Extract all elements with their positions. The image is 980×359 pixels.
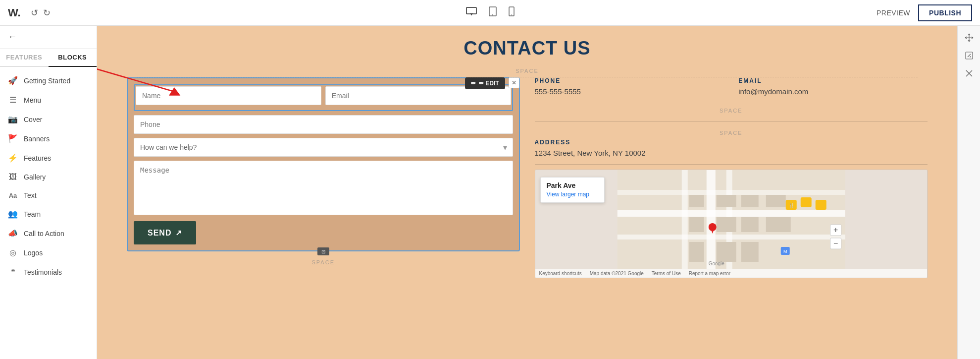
send-button[interactable]: SEND ↗	[134, 221, 196, 244]
contact-layout: ✏ ✏ EDIT ✕	[97, 77, 957, 298]
svg-rect-13	[617, 210, 845, 217]
edit-pill[interactable]: ✏ ✏ EDIT	[465, 77, 505, 89]
tablet-device-button[interactable]	[487, 4, 499, 21]
logo: W.	[8, 6, 21, 19]
form-block: ✏ ✏ EDIT ✕	[127, 77, 520, 251]
svg-point-6	[511, 14, 512, 15]
address-divider	[535, 164, 928, 165]
dropdown-wrapper: How can we help? ▾	[134, 138, 513, 157]
page-title: CONTACT US	[97, 26, 957, 65]
sidebar-item-text[interactable]: Aa Text	[0, 186, 97, 204]
map-terms: Terms of Use	[652, 271, 681, 276]
preview-button[interactable]: PREVIEW	[877, 9, 910, 17]
topbar: W. ↺ ↻ PREVIEW PUBLISH	[0, 0, 980, 26]
sidebar-item-gallery[interactable]: 🖼 Gallery	[0, 168, 97, 186]
sidebar-item-team[interactable]: 👥 Team	[0, 204, 97, 224]
svg-rect-22	[741, 217, 758, 232]
svg-rect-25	[716, 242, 736, 262]
nav-label-team: Team	[24, 210, 41, 218]
map-data-credit: Map data ©2021 Google	[590, 271, 644, 276]
address-value: 1234 Street, New York, NY 10002	[535, 149, 928, 157]
phone-label: PHONE	[535, 77, 724, 84]
canvas-inner: CONTACT US SPACE ✏	[97, 26, 957, 359]
send-arrow-icon: ↗	[175, 228, 182, 238]
space-bar-mid2: SPACE	[535, 127, 928, 139]
undo-redo-group: ↺ ↻	[31, 7, 51, 18]
svg-rect-18	[741, 195, 758, 207]
svg-rect-31	[800, 197, 811, 207]
sidebar-item-features[interactable]: ⚡ Features	[0, 148, 97, 168]
name-email-row	[136, 86, 511, 105]
move-icon[interactable]	[961, 30, 977, 46]
tab-features[interactable]: FEATURES	[0, 49, 49, 66]
publish-button[interactable]: PUBLISH	[918, 4, 972, 21]
testimonials-icon: ❝	[8, 267, 18, 277]
tab-blocks[interactable]: BLOCKS	[49, 49, 97, 67]
view-larger-map-link[interactable]: View larger map	[547, 191, 589, 198]
sidebar-item-getting-started[interactable]: 🚀 Getting Started	[0, 71, 97, 90]
send-label: SEND	[148, 229, 171, 238]
nav-label-gallery: Gallery	[24, 173, 46, 181]
map-container: Park Ave View larger map	[535, 170, 928, 278]
nav-label-banners: Banners	[24, 135, 50, 143]
phone-section: PHONE 555-555-5555	[535, 77, 724, 103]
right-actions: PREVIEW PUBLISH	[877, 4, 972, 21]
back-button[interactable]: ←	[0, 26, 97, 49]
map-report: Report a map error	[689, 271, 730, 276]
space-bar-mid: SPACE	[535, 105, 928, 117]
nav-label-logos: Logos	[24, 249, 43, 257]
nav-label-features: Features	[24, 154, 51, 162]
svg-rect-14	[617, 235, 845, 239]
delete-icon[interactable]	[961, 65, 977, 81]
menu-icon: ☰	[8, 95, 18, 105]
sidebar-item-logos[interactable]: ◎ Logos	[0, 243, 97, 262]
undo-button[interactable]: ↺	[31, 7, 38, 18]
svg-rect-15	[617, 190, 845, 195]
svg-rect-20	[689, 217, 704, 232]
resize-icon[interactable]	[961, 48, 977, 63]
info-divider	[535, 121, 928, 122]
close-button[interactable]: ✕	[509, 77, 519, 88]
sidebar-nav: 🚀 Getting Started ☰ Menu 📷 Cover 🚩 Banne…	[0, 67, 97, 359]
sidebar-item-cover[interactable]: 📷 Cover	[0, 110, 97, 129]
team-icon: 👥	[8, 209, 18, 219]
nav-label-cover: Cover	[24, 116, 42, 123]
help-dropdown[interactable]: How can we help?	[134, 138, 513, 157]
logos-icon: ◎	[8, 248, 18, 257]
sidebar-item-menu[interactable]: ☰ Menu	[0, 90, 97, 110]
svg-rect-19	[766, 195, 785, 207]
nav-label-cta: Call to Action	[24, 230, 64, 238]
info-column: PHONE 555-555-5555 EMAIL info@mydomain.c…	[535, 77, 928, 278]
svg-text:−: −	[833, 239, 838, 247]
redo-button[interactable]: ↻	[43, 7, 51, 18]
svg-rect-0	[466, 7, 476, 14]
name-input[interactable]	[136, 86, 321, 105]
svg-rect-17	[716, 195, 736, 207]
cover-icon: 📷	[8, 115, 18, 124]
desktop-device-button[interactable]	[464, 4, 479, 21]
svg-text:+: +	[833, 226, 838, 234]
sidebar-item-banners[interactable]: 🚩 Banners	[0, 129, 97, 148]
mobile-device-button[interactable]	[507, 4, 516, 21]
nav-label-text: Text	[24, 191, 37, 199]
right-panel	[957, 26, 980, 359]
main-layout: ← FEATURES BLOCKS 🚀 Getting Started ☰ Me…	[0, 26, 980, 359]
banners-icon: 🚩	[8, 134, 18, 143]
phone-email-grid: PHONE 555-555-5555 EMAIL info@mydomain.c…	[535, 77, 928, 103]
features-icon: ⚡	[8, 153, 18, 163]
sidebar-item-testimonials[interactable]: ❝ Testimonials	[0, 262, 97, 282]
name-field-highlight	[134, 84, 513, 111]
svg-rect-24	[689, 242, 704, 262]
resize-handle[interactable]: ⊡	[317, 247, 329, 255]
svg-rect-10	[706, 170, 715, 269]
svg-point-4	[492, 14, 493, 15]
nav-label-testimonials: Testimonials	[24, 268, 62, 276]
phone-value: 555-555-5555	[535, 87, 724, 96]
email-section: EMAIL info@mydomain.com	[738, 77, 928, 103]
map-popup: Park Ave View larger map	[540, 177, 605, 203]
rocket-icon: 🚀	[8, 76, 18, 85]
message-textarea[interactable]	[134, 161, 513, 215]
phone-input[interactable]	[134, 115, 513, 134]
sidebar-item-call-to-action[interactable]: 📣 Call to Action	[0, 224, 97, 243]
map-footer: Keyboard shortcuts Map data ©2021 Google…	[535, 269, 928, 278]
